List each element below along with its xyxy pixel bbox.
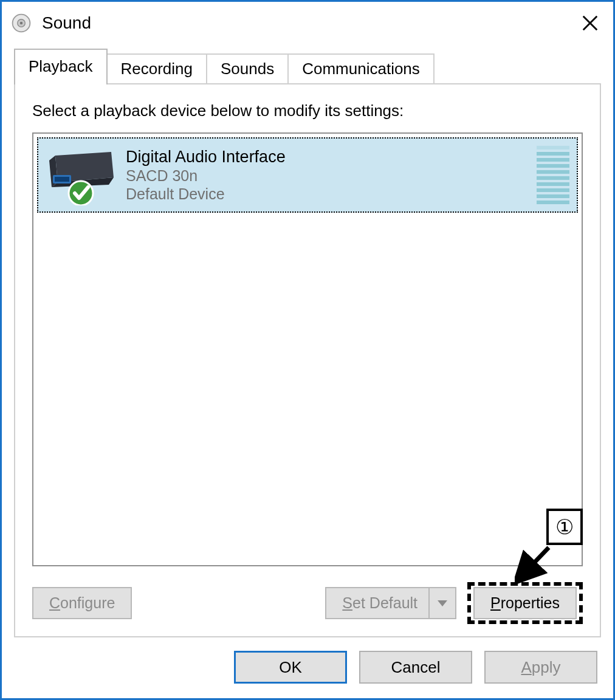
tab-sounds[interactable]: Sounds [206,53,289,84]
tab-playback[interactable]: Playback [14,49,108,84]
tab-recording[interactable]: Recording [106,53,208,84]
device-subname: SACD 30n [126,166,286,185]
window-title: Sound [42,13,91,33]
apply-rest: pply [532,658,561,677]
set-default-splitbutton[interactable]: Set Default [325,587,456,619]
configure-rest: onfigure [60,594,115,612]
apply-accel: A [521,658,531,677]
tab-communications[interactable]: Communications [287,53,435,84]
configure-button[interactable]: Configure [32,587,132,619]
device-text: Digital Audio Interface SACD 30n Default… [126,148,286,203]
device-name: Digital Audio Interface [126,148,286,166]
chevron-down-icon[interactable] [430,587,456,619]
device-status: Default Device [126,185,286,203]
apply-button[interactable]: Apply [484,651,597,684]
svg-marker-13 [438,600,447,606]
svg-point-2 [20,22,23,25]
annotation-marker: ① [546,509,583,545]
configure-accel: C [49,594,60,612]
level-meter-icon [537,145,569,205]
properties-highlight: Properties [467,582,583,624]
audio-device-icon [43,145,122,205]
cancel-button[interactable]: Cancel [359,651,472,684]
device-item[interactable]: Digital Audio Interface SACD 30n Default… [37,137,578,213]
device-list[interactable]: Digital Audio Interface SACD 30n Default… [32,132,583,566]
tab-strip: Playback Recording Sounds Communications [14,50,601,84]
dialog-content: Playback Recording Sounds Communications… [2,44,613,637]
properties-button[interactable]: Properties [473,587,577,619]
ok-button[interactable]: OK [234,651,347,684]
setdefault-accel: S [342,594,352,612]
instruction-text: Select a playback device below to modify… [32,101,583,120]
setdefault-rest: et Default [352,594,417,612]
properties-rest: roperties [501,594,560,612]
svg-rect-9 [55,177,69,182]
controls-row: Configure Set Default Properties [32,582,583,624]
annotation-label: ① [555,515,574,539]
titlebar: Sound [2,2,613,44]
close-icon[interactable] [578,11,602,35]
properties-accel: P [490,594,501,612]
sound-dialog: Sound Playback Recording Sounds Communic… [0,0,615,700]
dialog-buttons: OK Cancel Apply [2,637,613,698]
tabpage-playback: Select a playback device below to modify… [14,83,601,637]
speaker-icon [9,11,33,35]
set-default-button[interactable]: Set Default [325,587,430,619]
